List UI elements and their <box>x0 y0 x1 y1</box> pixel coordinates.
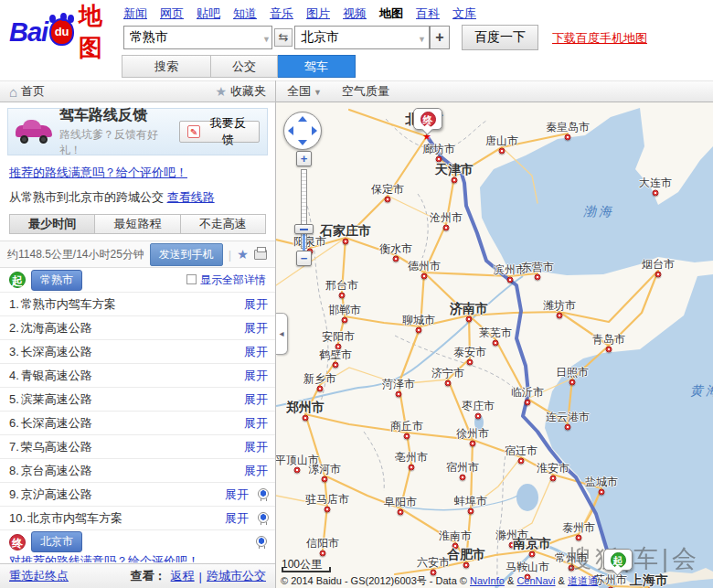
route-option-tabs: 最少时间最短路程不走高速 <box>9 214 266 234</box>
step-number: 10. <box>9 511 26 525</box>
start-city-badge[interactable]: 常熟市 <box>31 270 82 291</box>
zoom-slider-handle[interactable] <box>294 224 314 234</box>
step-number: 4. <box>9 369 19 382</box>
step-name: 长深高速公路 <box>21 344 92 360</box>
step-name: 长深高速公路 <box>21 415 92 432</box>
banner-title: 驾车路线反馈 <box>59 106 179 125</box>
nav-link-2[interactable]: 贴吧 <box>197 5 220 22</box>
nav-link-4[interactable]: 音乐 <box>270 5 293 22</box>
nav-link-0[interactable]: 新闻 <box>123 5 147 22</box>
air-quality-button[interactable]: 空气质量 <box>342 83 389 100</box>
expand-link[interactable]: 展开 <box>244 391 268 408</box>
favorites-link[interactable]: ★ 收藏夹 <box>215 83 266 100</box>
view-label: 查看： <box>131 568 166 584</box>
logo-bai: Bai <box>9 17 48 48</box>
step-number: 8. <box>9 464 19 477</box>
map-canvas[interactable]: 北京市★廊坊市天津市唐山市秦皇岛市大连市保定市沧州市石家庄市阳泉市衡水市德州市邢… <box>276 102 713 588</box>
reselect-endpoints-link[interactable]: 重选起终点 <box>9 568 69 584</box>
nav-link-5[interactable]: 图片 <box>306 5 330 22</box>
baidu-paw-icon: du <box>49 18 74 46</box>
crosscity-bus-link[interactable]: 跨城市公交 <box>207 568 266 584</box>
step-name: 青银高速公路 <box>21 368 92 384</box>
step-number: 1. <box>9 297 19 311</box>
feedback-button[interactable]: ✎ 我要反馈 <box>179 121 260 143</box>
step-number: 5. <box>9 392 19 406</box>
print-icon[interactable] <box>254 250 267 260</box>
route-tab-2[interactable]: 不走高速 <box>181 214 266 234</box>
baidu-search-button[interactable]: 百度一下 <box>462 25 538 50</box>
pan-right-icon <box>312 126 317 135</box>
nav-link-7[interactable]: 地图 <box>379 5 403 22</box>
route-tab-0[interactable]: 最少时间 <box>9 214 95 234</box>
expand-link[interactable]: 展开 <box>244 463 268 479</box>
zoom-out-button[interactable]: − <box>296 251 312 266</box>
home-link[interactable]: ⌂ 首页 <box>9 83 45 100</box>
start-row: 起 常熟市 显示全部详情 <box>0 268 275 292</box>
sidebar-footer: 重选起终点 查看： 返程 | 跨城市公交 <box>0 563 275 588</box>
nav-link-8[interactable]: 百科 <box>416 5 440 22</box>
mode-tab-0[interactable]: 搜索 <box>122 55 211 78</box>
show-all-details-toggle[interactable]: 显示全部详情 <box>186 273 266 288</box>
swap-endpoints-button[interactable]: ⇆ <box>274 28 293 47</box>
end-city-badge[interactable]: 北京市 <box>31 531 82 552</box>
streetview-icon[interactable] <box>255 536 266 549</box>
origin-dropdown-caret-icon[interactable]: ▼ <box>262 35 271 44</box>
step-number: 9. <box>9 487 19 501</box>
expand-link[interactable]: 展开 <box>244 296 268 313</box>
expand-link[interactable]: 展开 <box>244 320 268 337</box>
region-selector[interactable]: 全国▼ <box>287 83 322 100</box>
return-route-link[interactable]: 返程 <box>171 568 195 584</box>
car-icon <box>16 122 52 142</box>
copyright-link-1[interactable]: CenNavi <box>516 575 555 586</box>
copyright-link-0[interactable]: NavInfo <box>470 575 505 586</box>
details-checkbox[interactable] <box>186 274 197 284</box>
favorite-route-icon[interactable]: ★ <box>237 247 249 262</box>
destination-input[interactable] <box>294 26 430 49</box>
route-step: 1.常熟市内驾车方案展开 <box>0 292 275 315</box>
route-tab-1[interactable]: 最短路程 <box>95 214 180 234</box>
zoom-in-button[interactable]: + <box>296 151 312 166</box>
mode-tab-2[interactable]: 驾车 <box>278 55 356 78</box>
logo-product: 地图 <box>79 0 121 64</box>
origin-input[interactable] <box>123 26 272 49</box>
add-waypoint-button[interactable]: + <box>430 26 450 49</box>
expand-link[interactable]: 展开 <box>225 486 249 503</box>
expand-link[interactable]: 展开 <box>244 415 268 432</box>
baidu-map-app: Bai du 地图 新闻网页贴吧知道音乐图片视频地图百科文库 ▼ ⇆ ▼ + 百… <box>0 0 713 588</box>
origin-marker[interactable]: 起 <box>603 549 633 571</box>
clipped-text: 对推荐的路线满意吗？给个评价吧！ <box>0 553 275 562</box>
step-name: 常熟市内驾车方案 <box>21 296 116 313</box>
favorites-star-icon: ★ <box>215 84 227 99</box>
expand-link[interactable]: 展开 <box>244 368 268 384</box>
destination-marker[interactable]: 终 <box>413 108 442 130</box>
view-crosscity-link[interactable]: 查看线路 <box>167 190 215 204</box>
region-caret-icon: ▼ <box>314 88 322 97</box>
destination-dropdown-caret-icon[interactable]: ▼ <box>418 35 426 44</box>
nav-link-1[interactable]: 网页 <box>160 5 184 22</box>
mode-tab-1[interactable]: 公交 <box>211 55 278 78</box>
step-name: 京沪高速公路 <box>21 486 92 503</box>
expand-link[interactable]: 展开 <box>244 439 268 455</box>
step-name: 京台高速公路 <box>21 463 92 479</box>
expand-link[interactable]: 展开 <box>225 510 249 527</box>
banner-subtitle: 路线坑爹？反馈有好礼！ <box>59 127 179 158</box>
watermark: 搜狐|车|会 <box>567 542 700 575</box>
streetview-icon[interactable] <box>257 512 268 525</box>
send-to-phone-button[interactable]: 发送到手机 <box>150 243 223 266</box>
nav-link-3[interactable]: 知道 <box>233 5 257 22</box>
rate-route-link[interactable]: 推荐的路线满意吗？给个评价吧！ <box>9 165 266 181</box>
sidebar-collapse-tab[interactable]: ◂ <box>276 313 288 355</box>
map-pan-control[interactable] <box>283 112 322 150</box>
step-name: 沈海高速公路 <box>21 320 92 337</box>
scale-bar <box>282 567 331 572</box>
route-step: 7.荣乌高速公路展开 <box>0 434 275 458</box>
route-step: 5.滨莱高速公路展开 <box>0 387 275 411</box>
nav-link-9[interactable]: 文库 <box>452 5 476 22</box>
step-name: 北京市内驾车方案 <box>27 510 122 527</box>
download-mobile-map-link[interactable]: 下载百度手机地图 <box>552 30 647 47</box>
baidu-maps-logo[interactable]: Bai du 地图 <box>9 13 121 51</box>
copyright-link-2[interactable]: 道道通 <box>568 575 598 586</box>
streetview-icon[interactable] <box>257 488 268 501</box>
nav-link-6[interactable]: 视频 <box>343 5 367 22</box>
expand-link[interactable]: 展开 <box>244 344 268 360</box>
